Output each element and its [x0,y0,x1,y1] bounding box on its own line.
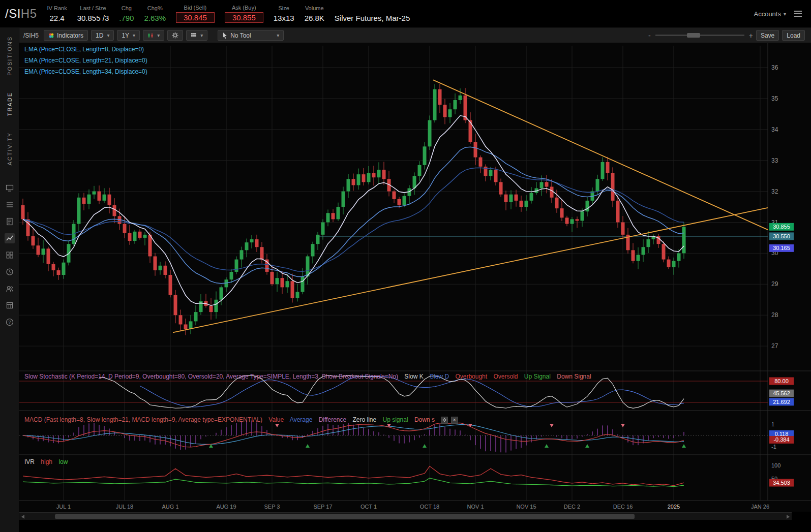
svg-text:30.550: 30.550 [773,233,790,239]
svg-text:80.00: 80.00 [774,378,789,384]
monitor-icon[interactable] [5,183,15,193]
chevron-down-icon: ▾ [277,33,279,38]
svg-text:DEC 16: DEC 16 [613,504,633,510]
svg-text:SEP 17: SEP 17 [313,504,332,510]
svg-text:?: ? [8,320,11,325]
accounts-dropdown[interactable]: Accounts ▾ [754,10,786,18]
pattern-dropdown[interactable]: ▾ [186,30,207,41]
indicators-button[interactable]: Indicators [44,30,88,41]
ask-label: Ask (Buy) [225,5,263,12]
svg-text:1: 1 [771,421,774,427]
svg-text:35: 35 [771,95,778,102]
stack-icon[interactable] [5,300,15,310]
sidebar-tab-trade[interactable]: TRADE [7,92,13,116]
svg-text:AUG 1: AUG 1 [162,504,178,510]
range-dropdown[interactable]: 1Y ▾ [117,30,140,41]
time-scrollbar[interactable] [19,512,792,520]
chevron-down-icon: ▾ [200,33,203,38]
left-sidebar: POSITIONS TRADE ACTIVITY [0,28,19,532]
bid-button[interactable]: 30.845 [176,12,215,23]
timeframe-value: 1D [96,32,103,39]
scroll-left-icon[interactable] [21,515,24,519]
stochastic-title: Slow Stochastic (K Period=14, D Period=9… [24,373,398,380]
clock-icon[interactable] [5,267,15,277]
bid-label: Bid (Sell) [176,5,215,12]
list-icon[interactable] [5,200,15,210]
stochastic-legend: Slow Stochastic (K Period=14, D Period=9… [24,373,596,380]
zoom-out-button[interactable]: - [648,32,651,40]
svg-text:DEC 2: DEC 2 [564,504,580,510]
last-size-value: 30.855 /3 [77,14,109,22]
tool-label: No Tool [230,32,251,39]
drawing-tool-dropdown[interactable]: No Tool ▾ [218,30,284,41]
ask-button[interactable]: 30.855 [225,12,263,23]
svg-text:34.503: 34.503 [773,480,790,486]
users-icon[interactable] [5,284,15,294]
volume-value: 26.8K [305,14,324,22]
zoom-slider[interactable] [655,35,744,36]
pattern-grid-icon [191,33,197,39]
indicators-pinwheel-icon [48,33,54,39]
zoom-in-button[interactable]: + [749,32,753,40]
save-button[interactable]: Save [756,30,779,41]
macd-average-label: Average [290,416,312,423]
slow-k-label: Slow K [404,373,423,380]
load-button[interactable]: Load [782,30,805,41]
iv-rank-label: IV Rank [47,5,67,12]
svg-text:27: 27 [771,342,778,350]
svg-text:30.855: 30.855 [773,224,790,230]
scrollbar-thumb[interactable] [55,514,635,519]
grid-icon[interactable] [5,250,15,260]
svg-text:34: 34 [771,126,778,133]
svg-text:JAN 26: JAN 26 [751,504,769,510]
field-chg: Chg .790 [119,5,134,22]
macd-value-label: Value [268,416,284,423]
field-ask: Ask (Buy) 30.855 [225,5,263,23]
iv-rank-value: 22.4 [47,14,67,22]
chevron-down-icon: ▾ [133,33,135,38]
up-signal-label: Up Signal [524,373,551,380]
macd-settings-gear-icon[interactable] [441,417,448,424]
ivr-high-label: high [41,458,52,465]
instrument-symbol: /SIH5 [5,7,37,21]
chart-icon[interactable] [5,233,15,243]
ivr-legend: IVR high low [24,458,72,465]
chart-settings-button[interactable] [167,30,183,41]
zoom-slider-thumb[interactable] [687,33,700,38]
cursor-icon [222,32,228,39]
macd-down-signal-label: Down s [414,416,435,423]
chevron-down-icon: ▾ [784,11,786,17]
timeframe-dropdown[interactable]: 1D ▾ [91,30,114,41]
svg-text:28: 28 [771,311,778,319]
svg-text:OCT 18: OCT 18 [420,504,439,510]
macd-title: MACD (Fast length=8, Slow length=21, MAC… [24,416,262,423]
help-icon[interactable]: ? [5,317,15,327]
sidebar-tab-positions[interactable]: POSITIONS [7,36,13,76]
instrument-description: Silver Futures, Mar-25 [335,14,410,22]
svg-text:JUL 18: JUL 18 [116,504,133,510]
ivr-low-label: low [58,458,68,465]
menu-icon[interactable] [792,9,804,19]
chart-type-dropdown[interactable]: ▾ [143,30,164,41]
field-iv-rank: IV Rank 22.4 [47,5,67,22]
svg-text:45.562: 45.562 [773,390,790,396]
macd-close-icon[interactable]: × [451,417,458,424]
main-chart[interactable]: 36353433323130292827JUL 1JUL 18AUG 1AUG … [19,43,811,512]
svg-text:32: 32 [771,188,778,195]
macd-difference-label: Difference [319,416,346,423]
ema8-legend: EMA (Price=CLOSE, Length=8, Displace=0) [24,46,144,53]
note-icon[interactable] [5,216,15,227]
accounts-label: Accounts [754,10,780,18]
macd-up-signal-label: Up signal [383,416,408,423]
quote-header: /SIH5 IV Rank 22.4 Last / Size 30.855 /3… [0,0,811,28]
ema21-legend: EMA (Price=CLOSE, Length=21, Displace=0) [24,57,147,64]
ivr-title: IVR [24,458,35,465]
symbol-contract: H5 [21,7,37,20]
chg-pct-label: Chg% [144,5,166,12]
chevron-down-icon: ▾ [107,33,109,38]
candlestick-icon [147,33,154,39]
scroll-right-icon[interactable] [787,515,790,519]
svg-text:AUG 19: AUG 19 [216,504,236,510]
svg-text:OCT 1: OCT 1 [361,504,377,510]
sidebar-tab-activity[interactable]: ACTIVITY [7,132,13,166]
